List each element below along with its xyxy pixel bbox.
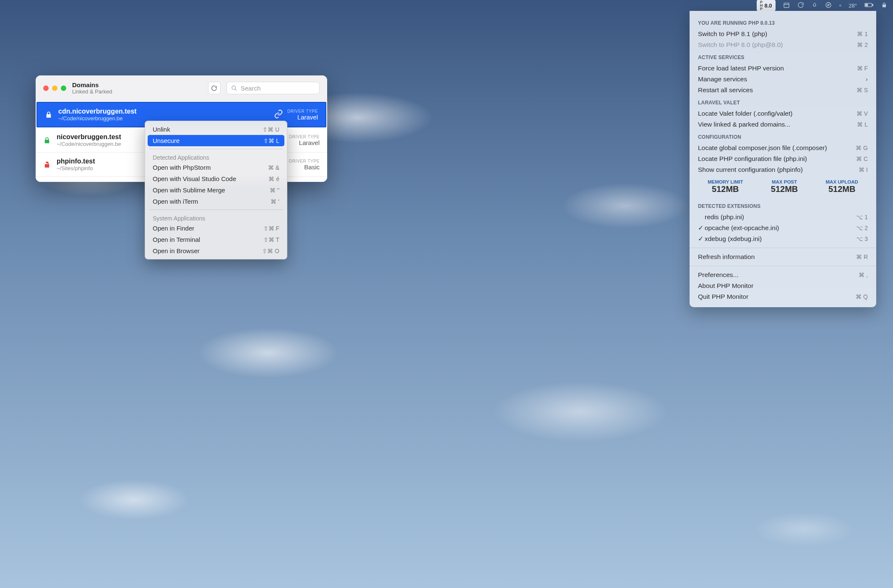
ctx-unsecure[interactable]: Unsecure ⇧⌘ L xyxy=(148,135,284,146)
driver-type-label: DRIVER TYPE xyxy=(287,109,318,114)
ctx-open-terminal[interactable]: Open in Terminal ⇧⌘ T xyxy=(148,234,284,245)
locate-php-ini[interactable]: Locate PHP configuration file (php.ini) … xyxy=(690,153,876,164)
chevron-right-icon: › xyxy=(866,75,868,83)
window-subtitle: Linked & Parked xyxy=(72,88,112,95)
ctx-open-vscode[interactable]: Open with Visual Studio Code ⌘ é xyxy=(148,173,284,184)
menu-item-label: Manage services xyxy=(698,75,747,83)
ctx-label: Open in Terminal xyxy=(153,236,200,243)
ctx-shortcut: ⇧⌘ O xyxy=(262,248,279,254)
calendar-icon[interactable] xyxy=(783,2,790,10)
menu-item-label: Locate PHP configuration file (php.ini) xyxy=(698,155,807,163)
ctx-label: Open with Sublime Merge xyxy=(153,187,225,194)
battery-icon[interactable] xyxy=(864,2,874,9)
domain-name: cdn.nicoverbruggen.test xyxy=(58,108,274,115)
checkmark-icon: ✓ xyxy=(698,235,705,243)
svg-rect-0 xyxy=(784,3,789,8)
svg-rect-5 xyxy=(872,4,873,5)
manage-services[interactable]: Manage services › xyxy=(690,74,876,85)
menu-item-label: About PHP Monitor xyxy=(698,282,753,290)
menu-item-label: Quit PHP Monitor xyxy=(698,293,748,300)
ctx-shortcut: ⌘ é xyxy=(268,176,279,182)
menu-shortcut: ⌘ 1 xyxy=(857,31,868,37)
php-version-text: 8.0 xyxy=(764,3,772,9)
menu-shortcut: ⌘ Q xyxy=(856,293,868,300)
menu-shortcut: ⌘ I xyxy=(859,166,868,173)
ctx-label: Open with PhpStorm xyxy=(153,164,211,171)
menu-item-label: Restart all services xyxy=(698,86,753,94)
php-version-menubar-item[interactable]: PHP 8.0 xyxy=(757,0,776,11)
ext-label: xdebug (xdebug.ini) xyxy=(705,235,762,243)
ext-xdebug[interactable]: ✓ xdebug (xdebug.ini) ⌥ 3 xyxy=(690,233,876,244)
max-post-block: MAX POST 512MB xyxy=(771,179,798,194)
compass-icon[interactable] xyxy=(825,2,832,10)
ctx-label: Unlink xyxy=(153,126,170,133)
locate-valet-folder[interactable]: Locate Valet folder (.config/valet) ⌘ V xyxy=(690,108,876,119)
lock-icon xyxy=(43,136,52,145)
separator xyxy=(149,149,283,149)
cpu-meter-icon[interactable]: ≡ xyxy=(839,3,841,8)
quit[interactable]: Quit PHP Monitor ⌘ Q xyxy=(690,291,876,302)
memory-limit-label: MEMORY LIMIT xyxy=(708,179,743,184)
ctx-open-finder[interactable]: Open in Finder ⇧⌘ F xyxy=(148,223,284,234)
about[interactable]: About PHP Monitor xyxy=(690,280,876,291)
menu-item-label: Locate global composer.json file (.compo… xyxy=(698,144,827,152)
driver-info: DRIVER TYPE Laravel xyxy=(287,109,318,121)
separator xyxy=(149,210,283,210)
ctx-shortcut: ⇧⌘ L xyxy=(263,137,279,144)
domain-info: cdn.nicoverbruggen.test ~/Code/nicoverbr… xyxy=(58,108,274,122)
ctx-open-iterm[interactable]: Open with iTerm ⌘ ' xyxy=(148,196,284,207)
ctx-open-phpstorm[interactable]: Open with PhpStorm ⌘ & xyxy=(148,162,284,173)
unlock-icon xyxy=(43,161,52,169)
window-title-wrap: Domains Linked & Parked xyxy=(72,81,112,95)
menu-shortcut: ⌘ S xyxy=(857,87,868,93)
restart-services[interactable]: Restart all services ⌘ S xyxy=(690,85,876,96)
window-titlebar[interactable]: Domains Linked & Parked Search xyxy=(36,75,327,101)
extensions-header: DETECTED EXTENSIONS xyxy=(690,199,876,212)
ctx-label: Open in Finder xyxy=(153,225,194,232)
link-icon xyxy=(274,109,284,120)
driver-type-value: Laravel xyxy=(289,139,320,146)
ctx-shortcut: ⌘ & xyxy=(268,164,279,171)
menu-item-label: Locate Valet folder (.config/valet) xyxy=(698,110,792,117)
menu-shortcut: ⌘ F xyxy=(857,65,868,72)
ext-opcache[interactable]: ✓ opcache (ext-opcache.ini) ⌥ 2 xyxy=(690,223,876,233)
reload-button[interactable] xyxy=(208,82,221,94)
lock-icon xyxy=(45,111,54,119)
driver-type-value: Basic xyxy=(289,163,320,171)
separator xyxy=(690,266,876,266)
preferences[interactable]: Preferences... ⌘ , xyxy=(690,269,876,280)
svg-point-2 xyxy=(826,3,831,8)
ctx-open-browser[interactable]: Open in Browser ⇧⌘ O xyxy=(148,245,284,256)
close-button[interactable] xyxy=(43,85,49,91)
ext-shortcut: ⌥ 2 xyxy=(856,225,868,231)
switch-php-81[interactable]: Switch to PHP 8.1 (php) ⌘ 1 xyxy=(690,28,876,39)
search-input[interactable]: Search xyxy=(227,82,320,94)
temperature-readout[interactable]: 28° xyxy=(849,3,857,9)
ctx-open-sublime[interactable]: Open with Sublime Merge ⌘ " xyxy=(148,184,284,196)
maximize-button[interactable] xyxy=(61,85,66,91)
flame-icon[interactable] xyxy=(812,2,817,10)
ext-label: opcache (ext-opcache.ini) xyxy=(705,224,779,232)
refresh-info[interactable]: Refresh information ⌘ R xyxy=(690,251,876,262)
locate-composer[interactable]: Locate global composer.json file (.compo… xyxy=(690,142,876,153)
minimize-button[interactable] xyxy=(52,85,57,91)
ctx-shortcut: ⌘ " xyxy=(270,187,279,194)
ctx-shortcut: ⇧⌘ U xyxy=(263,126,279,133)
show-phpinfo[interactable]: Show current configuration (phpinfo) ⌘ I xyxy=(690,164,876,175)
ctx-label: Open in Browser xyxy=(153,247,200,254)
php-monitor-dropdown: YOU ARE RUNNING PHP 8.0.13 Switch to PHP… xyxy=(690,11,876,307)
menu-shortcut: ⌘ , xyxy=(859,272,868,278)
force-load-php[interactable]: Force load latest PHP version ⌘ F xyxy=(690,63,876,74)
driver-type-value: Laravel xyxy=(287,114,318,121)
ext-redis[interactable]: redis (php.ini) ⌥ 1 xyxy=(690,212,876,223)
view-domains[interactable]: View linked & parked domains... ⌘ L xyxy=(690,119,876,130)
menu-item-label: Show current configuration (phpinfo) xyxy=(698,166,803,174)
lock-menubar-icon[interactable] xyxy=(881,2,887,9)
ctx-unlink[interactable]: Unlink ⇧⌘ U xyxy=(148,124,284,135)
menu-item-label: Switch to PHP 8.1 (php) xyxy=(698,30,767,38)
menu-item-label: Switch to PHP 8.0 (php@8.0) xyxy=(698,41,783,49)
menu-shortcut: ⌘ L xyxy=(857,121,868,128)
switch-php-80: Switch to PHP 8.0 (php@8.0) ⌘ 2 xyxy=(690,39,876,50)
refresh-icon[interactable] xyxy=(797,2,804,10)
ctx-label: Unsecure xyxy=(153,137,180,144)
